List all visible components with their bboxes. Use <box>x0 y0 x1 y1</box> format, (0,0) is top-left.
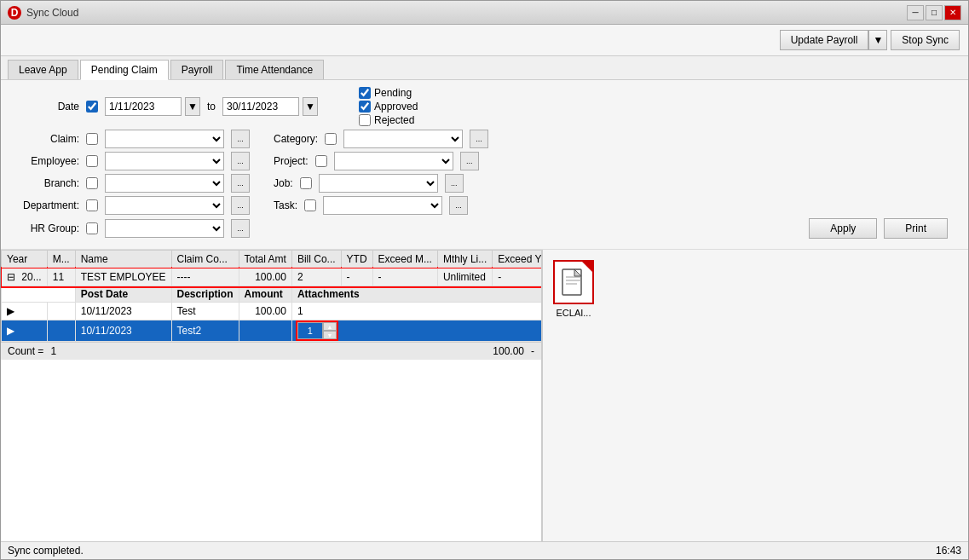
content-area: Date ▼ to ▼ Pending <box>1 80 968 541</box>
branch-label: Branch: <box>11 177 79 189</box>
hrgroup-browse-btn[interactable]: ... <box>231 219 250 238</box>
status-bar: Sync completed. 16:43 <box>1 541 968 559</box>
approved-checkbox[interactable] <box>359 101 371 113</box>
document-svg <box>562 268 585 296</box>
tab-payroll[interactable]: Payroll <box>170 60 224 79</box>
minimize-button[interactable]: ─ <box>907 5 924 20</box>
claim-checkbox[interactable] <box>86 133 98 145</box>
hrgroup-checkbox[interactable] <box>86 222 98 234</box>
window-title: Sync Cloud <box>26 7 902 19</box>
rejected-label: Rejected <box>374 114 414 126</box>
rejected-checkbox[interactable] <box>359 114 371 126</box>
claim-select[interactable] <box>105 130 224 148</box>
branch-checkbox[interactable] <box>86 177 98 189</box>
group-ytd: - <box>341 268 372 286</box>
department-label: Department: <box>11 199 79 211</box>
detail-col-desc: Description <box>171 286 239 303</box>
update-payroll-button[interactable]: Update Payroll <box>780 30 869 50</box>
date-to-group: ▼ <box>222 97 318 116</box>
date-filter-row: Date ▼ to ▼ Pending <box>11 87 958 126</box>
category-select[interactable] <box>343 130 463 148</box>
claim-label: Claim: <box>11 133 79 145</box>
spinner-down-btn[interactable]: ▼ <box>323 331 337 339</box>
stop-sync-button[interactable]: Stop Sync <box>891 30 960 50</box>
window-controls: ─ □ ✕ <box>907 5 961 20</box>
detail-col-attach: Attachments <box>291 286 542 303</box>
tab-pending-claim[interactable]: Pending Claim <box>80 60 169 80</box>
task-checkbox[interactable] <box>304 199 316 211</box>
update-payroll-dropdown[interactable]: ▼ <box>868 30 887 50</box>
job-label: Job: <box>274 177 293 189</box>
group-claim-code: ---- <box>171 268 239 286</box>
branch-job-row: Branch: ... Job: ... <box>11 174 958 193</box>
attachment-count-input[interactable] <box>297 322 323 339</box>
group-bill-co: 2 <box>291 268 341 286</box>
collapse-icon[interactable]: ⊟ <box>7 271 15 283</box>
category-browse-btn[interactable]: ... <box>470 130 488 148</box>
close-button[interactable]: ✕ <box>944 5 961 20</box>
date-to-dropdown[interactable]: ▼ <box>303 97 318 116</box>
employee-checkbox[interactable] <box>86 155 98 167</box>
department-checkbox[interactable] <box>86 199 98 211</box>
spinner-up-btn[interactable]: ▲ <box>323 322 337 331</box>
col-month: M... <box>47 251 75 268</box>
toolbar: Update Payroll ▼ Stop Sync <box>1 25 968 56</box>
branch-select[interactable] <box>105 174 224 193</box>
tab-leave-app[interactable]: Leave App <box>8 60 78 79</box>
attachment-spinner: ▲ ▼ <box>297 322 337 339</box>
filter-area: Date ▼ to ▼ Pending <box>1 80 968 250</box>
task-browse-btn[interactable]: ... <box>449 196 468 215</box>
task-select[interactable] <box>323 196 442 215</box>
job-browse-btn[interactable]: ... <box>445 174 464 193</box>
date-label: Date <box>11 101 79 113</box>
col-bill-co: Bill Co... <box>291 251 341 268</box>
group-year: ⊟ 20... <box>2 268 48 286</box>
department-browse-btn[interactable]: ... <box>231 196 250 215</box>
job-checkbox[interactable] <box>300 177 312 189</box>
row1-desc: Test <box>171 303 239 320</box>
rejected-status: Rejected <box>359 114 418 126</box>
department-task-row: Department: ... Task: ... <box>11 196 958 215</box>
pending-checkbox[interactable] <box>359 87 371 99</box>
tab-time-attendance[interactable]: Time Attendance <box>225 60 324 79</box>
date-from-dropdown[interactable]: ▼ <box>185 97 200 116</box>
job-select[interactable] <box>319 174 438 193</box>
employee-select[interactable] <box>105 152 224 170</box>
category-checkbox[interactable] <box>325 133 337 145</box>
print-button[interactable]: Print <box>884 218 948 239</box>
project-checkbox[interactable] <box>315 155 327 167</box>
date-to-input[interactable] <box>222 97 299 116</box>
project-label: Project: <box>274 155 309 167</box>
claim-browse-btn[interactable]: ... <box>231 130 250 148</box>
main-table: Year M... Name Claim Co... Total Amt Bil… <box>1 250 542 342</box>
hrgroup-select[interactable] <box>105 219 224 238</box>
category-label: Category: <box>274 133 318 145</box>
detail-row-2: ▶ 10/11/2023 Test2 ▲ <box>2 320 543 342</box>
project-select[interactable] <box>334 152 453 170</box>
employee-label: Employee: <box>11 155 79 167</box>
time-display: 16:43 <box>936 545 961 557</box>
project-browse-btn[interactable]: ... <box>460 152 479 170</box>
col-year: Year <box>2 251 48 268</box>
department-select[interactable] <box>105 196 224 215</box>
count-label: Count = <box>8 345 43 357</box>
hrgroup-row: HR Group: ... Apply Print <box>11 218 958 239</box>
group-row: ⊟ 20... 11 TEST EMPLOYEE ---- 100.00 2 -… <box>2 268 543 286</box>
file-item[interactable]: ECLAI... <box>553 260 594 318</box>
branch-browse-btn[interactable]: ... <box>231 174 250 193</box>
maximize-button[interactable]: □ <box>926 5 943 20</box>
detail-col-amount: Amount <box>239 286 291 303</box>
row2-amount <box>239 320 291 342</box>
detail-row-1: ▶ 10/11/2023 Test 100.00 1 Approve Rejec… <box>2 303 543 320</box>
main-grid[interactable]: Year M... Name Claim Co... Total Amt Bil… <box>1 250 542 541</box>
date-from-input[interactable] <box>105 97 182 116</box>
employee-browse-btn[interactable]: ... <box>231 152 250 170</box>
file-name: ECLAI... <box>557 308 591 318</box>
attachment-content: ECLAI... <box>543 250 968 328</box>
apply-button[interactable]: Apply <box>809 218 877 239</box>
claim-category-row: Claim: ... Category: ... <box>11 130 958 148</box>
hrgroup-label: HR Group: <box>11 222 79 234</box>
date-checkbox[interactable] <box>86 101 98 113</box>
footer-row: Count = 1 100.00 - <box>1 342 541 360</box>
tab-bar: Leave App Pending Claim Payroll Time Att… <box>1 56 968 80</box>
